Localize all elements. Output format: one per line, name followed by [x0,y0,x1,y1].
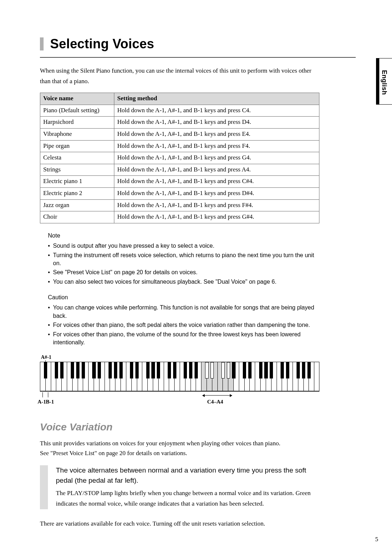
intro-paragraph: When using the Silent Piano function, yo… [40,66,319,87]
note-title: Note [48,231,319,240]
black-key [243,362,246,378]
cell-voice-name: Choir [40,211,114,223]
callout-title: The voice alternates between normal and … [56,465,319,485]
table-row: CelestaHold down the A-1, A#-1, and B-1 … [40,152,319,164]
page-number: 5 [375,535,379,544]
cell-voice-name: Celesta [40,152,114,164]
keyboard-bottom-labels: A-1 B-1 C4–A4 [40,393,319,403]
pointer-a-1 [42,392,43,397]
black-key [157,362,160,378]
black-key [92,362,95,378]
note-list: Sound is output after you have pressed a… [48,242,319,286]
cell-setting-method: Hold down the A-1, A#-1, and B-1 keys an… [114,188,319,200]
black-key [98,362,101,378]
black-key [130,362,133,378]
variation-intro-2: See "Preset Voice List" on page 20 for d… [40,448,319,458]
black-key [184,362,187,378]
keyboard-graphic [40,362,319,392]
black-key [211,362,214,378]
black-key [82,362,85,378]
table-row: VibraphoneHold down the A-1, A#-1, and B… [40,128,319,140]
closing-paragraph: There are variations available for each … [40,519,319,528]
cell-setting-method: Hold down the A-1, A#-1, and B-1 keys an… [114,199,319,211]
black-key [195,362,198,378]
table-row: Jazz organHold down the A-1, A#-1, and B… [40,199,319,211]
list-item: Turning the instrument off resets voice … [48,251,319,268]
black-key [205,362,208,378]
cell-voice-name: Piano (Default setting) [40,105,114,117]
black-key [307,362,311,378]
list-item: You can change voices while performing. … [48,304,319,320]
cell-voice-name: Electric piano 2 [40,188,114,200]
page-content: Selecting Voices When using the Silent P… [40,35,356,536]
caution-title: Caution [48,293,319,301]
black-key [297,362,300,378]
caution-list: You can change voices while performing. … [48,304,319,347]
keyboard-top-labels: A#-1 [40,354,319,362]
pointer-b-1 [48,392,48,397]
black-key [109,362,112,378]
cell-voice-name: Harpsichord [40,117,114,129]
cell-setting-method: Hold down the A-1, A#-1, and B-1 keys an… [114,164,319,176]
black-key [221,362,225,378]
black-key [168,362,171,378]
black-key [270,362,273,378]
table-row: ChoirHold down the A-1, A#-1, and B-1 ke… [40,211,319,223]
black-key [232,362,235,378]
page-title: Selecting Voices [50,35,154,53]
cell-setting-method: Hold down the A-1, A#-1, and B-1 keys an… [114,176,319,188]
cell-setting-method: Hold down the A-1, A#-1, and B-1 keys an… [114,140,319,152]
callout-accent [40,465,48,509]
table-row: HarpsichordHold down the A-1, A#-1, and … [40,117,319,129]
variation-intro-1: This unit provides variations on voices … [40,438,319,448]
white-key [314,362,319,391]
black-key [281,362,284,378]
language-label: English [379,68,389,95]
table-row: Pipe organHold down the A-1, A#-1, and B… [40,140,319,152]
th-setting-method: Setting method [114,93,319,105]
list-item: For voices other than piano, the soft pe… [48,321,319,329]
cell-setting-method: Hold down the A-1, A#-1, and B-1 keys an… [114,152,319,164]
black-key [76,362,79,378]
caution-block: Caution You can change voices while perf… [48,293,319,347]
cell-voice-name: Vibraphone [40,128,114,140]
black-key [146,362,150,378]
black-key [60,362,64,378]
table-row: Electric piano 1Hold down the A-1, A#-1,… [40,176,319,188]
cell-voice-name: Jazz organ [40,199,114,211]
callout-text: The PLAY/STOP lamp lights briefly when y… [56,488,319,509]
label-asharp-1: A#-1 [41,354,52,361]
table-row: Piano (Default setting)Hold down the A-1… [40,105,319,117]
black-key [248,362,252,378]
black-key [55,362,58,378]
cell-voice-name: Strings [40,164,114,176]
table-header-row: Voice name Setting method [40,93,319,105]
subheading-voice-variation: Voice Variation [40,420,356,435]
keyboard-diagram: A#-1 A-1 B-1 C4–A4 [40,354,319,403]
black-key [264,362,268,378]
cell-voice-name: Pipe organ [40,140,114,152]
label-range: C4–A4 [207,398,223,406]
list-item: Sound is output after you have pressed a… [48,242,319,250]
page-heading: Selecting Voices [40,35,356,58]
black-key [44,362,47,378]
black-key [119,362,123,378]
table-row: StringsHold down the A-1, A#-1, and B-1 … [40,164,319,176]
cell-setting-method: Hold down the A-1, A#-1, and B-1 keys an… [114,211,319,223]
language-tab: English [376,58,392,105]
range-indicator [203,395,232,396]
black-key [189,362,192,378]
callout-box: The voice alternates between normal and … [40,465,319,509]
cell-setting-method: Hold down the A-1, A#-1, and B-1 keys an… [114,117,319,129]
list-item: See "Preset Voice List" on page 20 for d… [48,268,319,276]
label-a-1: A-1 [37,398,46,406]
black-key [151,362,155,378]
th-voice-name: Voice name [40,93,114,105]
black-key [135,362,139,378]
black-key [173,362,176,378]
voice-table: Voice name Setting method Piano (Default… [40,93,319,223]
note-block: Note Sound is output after you have pres… [48,231,319,286]
black-key [114,362,117,378]
black-key [71,362,74,378]
black-key [227,362,230,378]
